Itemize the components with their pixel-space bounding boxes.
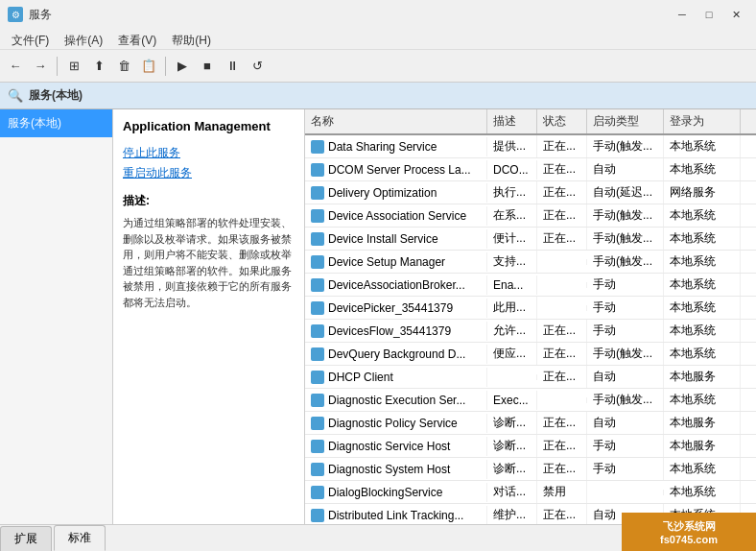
- service-row[interactable]: Diagnostic Execution Ser... Exec... 手动(触…: [305, 389, 756, 412]
- main-window: ⚙ 服务 ─ □ ✕ 文件(F) 操作(A) 查看(V) 帮助(H) ← → ⊞…: [0, 0, 756, 551]
- minimize-button[interactable]: ─: [670, 5, 695, 24]
- service-login-cell: 本地系统: [664, 389, 741, 411]
- up-button[interactable]: ⬆: [87, 55, 110, 78]
- service-status-cell: 正在...: [537, 343, 587, 365]
- menu-action[interactable]: 操作(A): [57, 31, 110, 47]
- service-status-cell: 正在...: [537, 412, 587, 434]
- service-desc-cell: 诊断...: [487, 435, 537, 457]
- desc-text: 为通过组策略部署的软件处理安装、删除以及枚举请求。如果该服务被禁用，则用户将不能…: [123, 215, 295, 310]
- service-login-cell: 本地服务: [664, 412, 741, 434]
- window-controls: ─ □ ✕: [670, 5, 748, 24]
- restart-button[interactable]: ↺: [246, 55, 269, 78]
- service-name: DeviceAssociationBroker...: [328, 278, 465, 292]
- stop-button[interactable]: ■: [196, 55, 219, 78]
- service-row[interactable]: DCOM Server Process La... DCO... 正在... 自…: [305, 158, 756, 181]
- service-name: DialogBlockingService: [328, 486, 442, 499]
- service-row[interactable]: Delivery Optimization 执行... 正在... 自动(延迟.…: [305, 181, 756, 204]
- menu-help[interactable]: 帮助(H): [164, 31, 219, 47]
- pause-button[interactable]: ⏸: [221, 55, 244, 78]
- service-status-cell: [537, 305, 587, 311]
- col-header-startup[interactable]: 启动类型: [587, 109, 664, 133]
- header-title: 服务(本地): [29, 87, 83, 104]
- watermark: 飞沙系统网 fs0745.com: [622, 513, 756, 551]
- show-scope-button[interactable]: ⊞: [62, 55, 85, 78]
- service-row[interactable]: DHCP Client 正在... 自动 本地服务: [305, 366, 756, 389]
- maximize-button[interactable]: □: [697, 5, 721, 24]
- service-name-cell: Distributed Link Tracking...: [305, 506, 487, 525]
- service-login-cell: 网络服务: [664, 181, 741, 204]
- window-title: 服务: [29, 7, 52, 23]
- service-icon: [311, 140, 324, 154]
- service-status-cell: 正在...: [537, 504, 587, 524]
- service-name-cell: Data Sharing Service: [305, 137, 487, 156]
- stop-service-link[interactable]: 停止此服务: [123, 145, 295, 161]
- service-name-cell: Diagnostic System Host: [305, 460, 487, 479]
- service-name: Device Setup Manager: [328, 255, 445, 269]
- col-header-status[interactable]: 状态: [537, 109, 587, 133]
- service-row[interactable]: Diagnostic Service Host 诊断... 正在... 手动 本…: [305, 435, 756, 458]
- properties-button[interactable]: 📋: [137, 55, 160, 78]
- service-desc-cell: 便应...: [487, 343, 537, 365]
- service-startup-cell: 手动(触发...: [587, 251, 664, 273]
- service-icon: [311, 509, 324, 522]
- restart-service-link[interactable]: 重启动此服务: [123, 165, 295, 181]
- start-button[interactable]: ▶: [171, 55, 194, 78]
- service-row[interactable]: Diagnostic System Host 诊断... 正在... 手动 本地…: [305, 458, 756, 481]
- service-startup-cell: 自动: [587, 366, 664, 388]
- service-row[interactable]: Device Association Service 在系... 正在... 手…: [305, 204, 756, 228]
- service-row[interactable]: DeviceAssociationBroker... Ena... 手动 本地系…: [305, 274, 756, 297]
- service-row[interactable]: Data Sharing Service 提供... 正在... 手动(触发..…: [305, 135, 756, 158]
- service-login-cell: 本地系统: [664, 481, 741, 503]
- sidebar-item-local-services[interactable]: 服务(本地): [0, 109, 112, 137]
- col-header-login[interactable]: 登录为: [664, 109, 741, 133]
- app-icon: ⚙: [8, 7, 23, 22]
- service-status-cell: 正在...: [537, 204, 587, 227]
- service-row[interactable]: Device Setup Manager 支持... 手动(触发... 本地系统: [305, 251, 756, 274]
- service-startup-cell: 手动: [587, 274, 664, 296]
- service-desc-cell: 提供...: [487, 135, 537, 157]
- service-row[interactable]: DevicesFlow_35441379 允许... 正在... 手动 本地系统: [305, 320, 756, 343]
- toolbar: ← → ⊞ ⬆ 🗑 📋 ▶ ■ ⏸ ↺: [0, 50, 756, 83]
- service-row[interactable]: DialogBlockingService 对话... 禁用 本地系统: [305, 481, 756, 504]
- service-row[interactable]: Device Install Service 便计... 正在... 手动(触发…: [305, 228, 756, 251]
- content-header: 🔍 服务(本地): [0, 83, 756, 109]
- service-icon: [311, 255, 324, 269]
- menu-bar: 文件(F) 操作(A) 查看(V) 帮助(H): [0, 29, 756, 50]
- service-name: DCOM Server Process La...: [328, 163, 471, 177]
- service-name-cell: DCOM Server Process La...: [305, 160, 487, 180]
- menu-view[interactable]: 查看(V): [110, 31, 164, 47]
- service-row[interactable]: DevQuery Background D... 便应... 正在... 手动(…: [305, 343, 756, 366]
- watermark-line2: fs0745.com: [660, 534, 718, 545]
- service-desc-cell: 在系...: [487, 204, 537, 227]
- service-name-cell: Diagnostic Policy Service: [305, 414, 487, 433]
- service-icon: [311, 347, 324, 361]
- service-startup-cell: 手动: [587, 435, 664, 457]
- col-header-desc[interactable]: 描述: [487, 109, 537, 133]
- service-desc-cell: 诊断...: [487, 412, 537, 434]
- service-icon: [311, 371, 324, 384]
- service-name: Delivery Optimization: [328, 186, 437, 200]
- service-startup-cell: 手动(触发...: [587, 135, 664, 157]
- service-name: Device Association Service: [328, 209, 466, 223]
- tab-standard[interactable]: 标准: [54, 525, 106, 551]
- service-icon: [311, 324, 324, 338]
- col-header-name[interactable]: 名称: [305, 109, 487, 133]
- service-icon: [311, 394, 324, 407]
- service-name: DHCP Client: [328, 371, 393, 384]
- forward-button[interactable]: →: [29, 55, 52, 78]
- service-row[interactable]: DevicePicker_35441379 此用... 手动 本地系统: [305, 297, 756, 320]
- search-icon: 🔍: [8, 88, 23, 103]
- service-login-cell: 本地系统: [664, 274, 741, 296]
- show-hide-button[interactable]: 🗑: [112, 55, 135, 78]
- back-button[interactable]: ←: [4, 55, 27, 78]
- service-status-cell: [537, 282, 587, 288]
- service-status-cell: 正在...: [537, 458, 587, 480]
- service-status-cell: [537, 259, 587, 265]
- service-login-cell: 本地系统: [664, 228, 741, 250]
- close-button[interactable]: ✕: [723, 5, 748, 24]
- service-list[interactable]: 名称 描述 状态 启动类型 登录为 Data Sharing Service 提…: [305, 109, 756, 524]
- service-row[interactable]: Diagnostic Policy Service 诊断... 正在... 自动…: [305, 412, 756, 435]
- menu-file[interactable]: 文件(F): [4, 31, 57, 47]
- tab-expand[interactable]: 扩展: [0, 526, 52, 551]
- service-name-cell: Diagnostic Execution Ser...: [305, 391, 487, 410]
